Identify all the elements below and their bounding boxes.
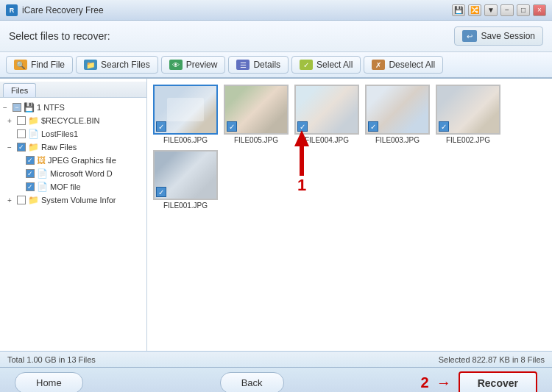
thumb-label-FILE002: FILE002.JPG bbox=[446, 136, 490, 144]
recover-button[interactable]: Recover bbox=[459, 371, 537, 393]
thumbnail-FILE002[interactable]: ✓ FILE002.JPG bbox=[436, 85, 500, 144]
toolbar: 🔍 Find File 📁 Search Files 👁 Preview ☰ D… bbox=[0, 52, 552, 79]
status-bar: Total 1.00 GB in 13 Files Selected 822.8… bbox=[0, 351, 552, 367]
tree-label-word: Microsoft Word D bbox=[50, 169, 113, 178]
tree-node-ntfs[interactable]: − − 💾 1 NTFS bbox=[1, 101, 145, 114]
main-content: Files − − 💾 1 NTFS + 📁 $RECYCLE.BIN bbox=[0, 79, 552, 351]
thumbnails-panel[interactable]: ✓ FILE006.JPG ✓ FILE005.JPG ✓ FILE004.JP… bbox=[147, 79, 552, 351]
find-file-icon: 🔍 bbox=[14, 60, 27, 70]
status-left: Total 1.00 GB in 13 Files bbox=[7, 355, 96, 364]
maximize-button[interactable]: □ bbox=[517, 4, 530, 16]
status-right: Selected 822.87 KB in 8 Files bbox=[439, 355, 545, 364]
thumbnails-grid: ✓ FILE006.JPG ✓ FILE005.JPG ✓ FILE004.JP… bbox=[153, 85, 546, 144]
thumb-wrapper-FILE002[interactable]: ✓ bbox=[436, 85, 500, 135]
step2-arrow-icon: → bbox=[436, 374, 451, 391]
thumb-wrapper-FILE001[interactable]: ✓ bbox=[153, 150, 218, 200]
preview-label: Preview bbox=[186, 60, 218, 70]
thumb-wrapper-FILE004[interactable]: ✓ bbox=[294, 85, 359, 135]
back-button[interactable]: Back bbox=[220, 372, 284, 392]
tree-node-lostfiles[interactable]: 📄 LostFiles1 bbox=[1, 127, 145, 140]
file-icon-word: 📄 bbox=[37, 168, 48, 179]
details-button[interactable]: ☰ Details bbox=[228, 56, 289, 74]
home-button[interactable]: Home bbox=[15, 372, 83, 392]
minimize-button[interactable]: − bbox=[500, 4, 514, 16]
details-icon: ☰ bbox=[236, 60, 250, 70]
thumb-wrapper-FILE006[interactable]: ✓ bbox=[153, 85, 218, 135]
tree-node-jpeg[interactable]: ✓ 🖼 JPEG Graphics file bbox=[1, 154, 145, 167]
thumb-check-FILE006[interactable]: ✓ bbox=[156, 121, 166, 132]
checkbox-recycle[interactable] bbox=[17, 116, 26, 125]
checkbox-word[interactable]: ✓ bbox=[26, 169, 35, 178]
thumb-check-FILE001[interactable]: ✓ bbox=[156, 187, 166, 197]
expand-mof[interactable] bbox=[16, 183, 24, 190]
deselect-all-button[interactable]: ✗ Deselect All bbox=[364, 56, 443, 74]
folder-icon-system: 📁 bbox=[28, 195, 39, 205]
thumb-label-FILE005: FILE005.JPG bbox=[234, 136, 278, 144]
checkbox-rawfiles[interactable]: ✓ bbox=[17, 143, 26, 152]
tree-label-recycle: $RECYCLE.BIN bbox=[41, 116, 99, 125]
checkbox-system[interactable] bbox=[17, 196, 26, 204]
nav-icon-btn[interactable]: 🔀 bbox=[468, 4, 481, 16]
thumb-wrapper-FILE005[interactable]: ✓ bbox=[224, 85, 289, 135]
checkbox-mof[interactable]: ✓ bbox=[26, 182, 35, 191]
expand-rawfiles[interactable]: − bbox=[7, 143, 15, 151]
select-all-button[interactable]: ✓ Select All bbox=[291, 56, 361, 74]
thumbnail-FILE006[interactable]: ✓ FILE006.JPG bbox=[153, 85, 218, 144]
tree-node-word[interactable]: ✓ 📄 Microsoft Word D bbox=[1, 167, 145, 180]
expand-system[interactable]: + bbox=[7, 196, 15, 204]
details-label: Details bbox=[253, 60, 280, 70]
find-file-label: Find File bbox=[31, 60, 65, 70]
save-icon-btn[interactable]: 💾 bbox=[452, 4, 465, 16]
thumb-label-FILE003: FILE003.JPG bbox=[375, 136, 420, 144]
tree-node-rawfiles[interactable]: − ✓ 📁 Raw Files bbox=[1, 140, 145, 154]
tree-label-ntfs: 1 NTFS bbox=[37, 103, 65, 112]
thumbnail-FILE003[interactable]: ✓ FILE003.JPG bbox=[365, 85, 430, 144]
expand-lostfiles[interactable] bbox=[7, 130, 15, 138]
tree-label-jpeg: JPEG Graphics file bbox=[48, 156, 116, 165]
expand-ntfs[interactable]: − bbox=[3, 104, 10, 111]
select-all-icon: ✓ bbox=[300, 60, 313, 70]
file-tree-panel: Files − − 💾 1 NTFS + 📁 $RECYCLE.BIN bbox=[0, 79, 147, 351]
thumb-wrapper-FILE003[interactable]: ✓ bbox=[365, 85, 430, 135]
expand-jpeg[interactable] bbox=[16, 157, 24, 164]
tree-node-system[interactable]: + 📁 System Volume Infor bbox=[1, 193, 145, 207]
files-tab[interactable]: Files bbox=[3, 83, 36, 97]
checkbox-jpeg[interactable]: ✓ bbox=[26, 156, 35, 165]
tree-scroll-area[interactable]: − − 💾 1 NTFS + 📁 $RECYCLE.BIN 📄 bbox=[0, 98, 146, 349]
close-button[interactable]: × bbox=[533, 4, 546, 16]
tree-node-recycle[interactable]: + 📁 $RECYCLE.BIN bbox=[1, 114, 145, 127]
checkbox-ntfs[interactable]: − bbox=[13, 103, 21, 112]
thumb-check-FILE004[interactable]: ✓ bbox=[297, 121, 308, 132]
preview-button[interactable]: 👁 Preview bbox=[161, 56, 226, 74]
tree-label-rawfiles: Raw Files bbox=[41, 143, 77, 152]
tree-node-mof[interactable]: ✓ 📄 MOF file bbox=[1, 180, 145, 193]
settings-icon-btn[interactable]: ▼ bbox=[484, 4, 498, 16]
expand-recycle[interactable]: + bbox=[7, 117, 15, 124]
search-files-label: Search Files bbox=[101, 60, 150, 70]
thumbnail-FILE004[interactable]: ✓ FILE004.JPG bbox=[294, 85, 359, 144]
file-icon-jpeg: 🖼 bbox=[37, 155, 46, 165]
folder-icon-recycle: 📁 bbox=[28, 115, 39, 126]
checkbox-lostfiles[interactable] bbox=[17, 129, 26, 138]
thumbnails-row2: ✓ FILE001.JPG bbox=[153, 150, 546, 210]
thumb-label-FILE001: FILE001.JPG bbox=[163, 202, 208, 210]
thumbnail-FILE005[interactable]: ✓ FILE005.JPG bbox=[224, 85, 289, 144]
thumbnail-FILE001[interactable]: ✓ FILE001.JPG bbox=[153, 150, 218, 210]
header-title: Select files to recover: bbox=[9, 30, 110, 42]
save-session-icon: ↩ bbox=[462, 30, 477, 42]
thumb-check-FILE005[interactable]: ✓ bbox=[227, 121, 237, 132]
bottom-right: 2 → Recover bbox=[421, 371, 537, 393]
save-session-button[interactable]: ↩ Save Session bbox=[454, 26, 543, 46]
expand-word[interactable] bbox=[16, 170, 24, 177]
thumb-check-FILE003[interactable]: ✓ bbox=[368, 121, 378, 132]
find-file-button[interactable]: 🔍 Find File bbox=[6, 56, 73, 74]
search-files-button[interactable]: 📁 Search Files bbox=[76, 56, 158, 74]
thumb-label-FILE004: FILE004.JPG bbox=[305, 136, 349, 144]
window-controls: 💾 🔀 ▼ − □ × bbox=[452, 4, 546, 16]
title-bar-left: R iCare Recovery Free bbox=[6, 4, 104, 16]
tree-label-lostfiles: LostFiles1 bbox=[41, 129, 78, 138]
deselect-all-label: Deselect All bbox=[389, 60, 435, 70]
thumb-check-FILE002[interactable]: ✓ bbox=[439, 121, 449, 132]
preview-icon: 👁 bbox=[169, 60, 183, 70]
tree-label-system: System Volume Infor bbox=[41, 196, 116, 204]
